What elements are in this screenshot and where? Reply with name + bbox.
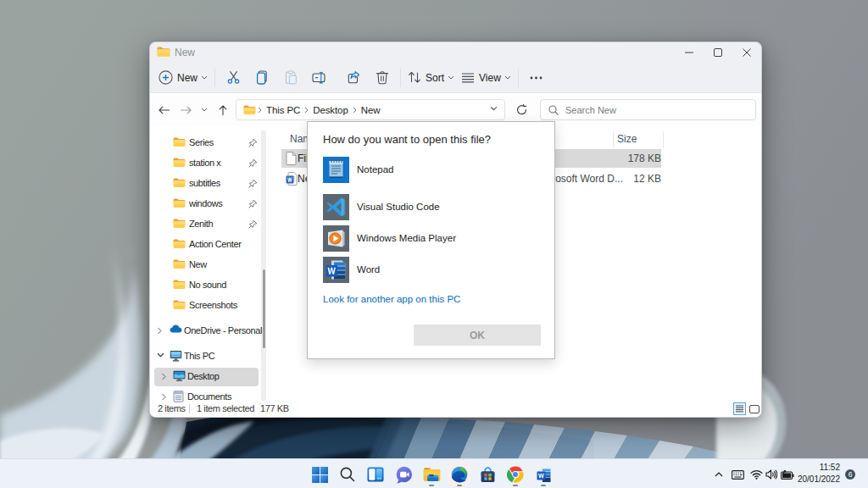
taskbar: 11:52 20/01/2022 6 xyxy=(0,458,868,488)
sidebar-item-label: Screenshots xyxy=(189,300,237,310)
clock-time: 11:52 xyxy=(798,464,840,470)
chevron-up-icon xyxy=(715,472,723,477)
folder-icon xyxy=(173,157,186,169)
volume-button[interactable] xyxy=(764,467,779,482)
search-placeholder: Search New xyxy=(565,105,616,115)
app-option-wmp[interactable]: Windows Media Player xyxy=(323,225,535,252)
sidebar-item-windows[interactable]: windows xyxy=(150,194,279,214)
tray-chevron-up-button[interactable] xyxy=(711,467,726,482)
sidebar-item-label: Desktop xyxy=(187,371,220,381)
search-button[interactable] xyxy=(337,464,358,485)
system-tray: 11:52 20/01/2022 6 xyxy=(707,459,868,488)
maximize-button[interactable] xyxy=(704,42,732,63)
onedrive-cloud-icon xyxy=(170,324,182,335)
sidebar-item-series[interactable]: Series xyxy=(150,133,279,153)
more-options-icon xyxy=(530,76,542,80)
chevron-right-icon[interactable] xyxy=(161,393,166,401)
sidebar-item-station-x[interactable]: station x xyxy=(150,153,279,174)
clock[interactable]: 11:52 20/01/2022 xyxy=(798,463,840,482)
toolbar-separator xyxy=(214,69,215,87)
sidebar-item-subtitles[interactable]: subtitles xyxy=(150,174,279,194)
back-arrow-icon xyxy=(159,106,170,114)
app-option-vscode[interactable]: Visual Studio Code xyxy=(323,194,535,220)
copy-button[interactable] xyxy=(248,66,276,90)
app-option-word[interactable]: Word xyxy=(323,257,535,283)
chat-button[interactable] xyxy=(393,464,414,485)
sidebar-item-label: Series xyxy=(189,137,214,147)
sidebar-item-this-pc[interactable]: This PC xyxy=(150,347,279,367)
breadcrumb-this-pc[interactable]: This PC xyxy=(264,105,303,115)
notification-badge[interactable]: 6 xyxy=(845,469,855,480)
chevron-down-icon[interactable] xyxy=(157,352,164,358)
details-view-icon xyxy=(736,405,743,413)
up-button[interactable] xyxy=(212,99,234,121)
title-bar[interactable]: New xyxy=(150,42,761,63)
sidebar-item-documents[interactable]: Documents xyxy=(150,387,279,408)
details-view-button[interactable] xyxy=(733,402,746,415)
back-button[interactable] xyxy=(153,99,175,121)
sidebar-item-onedrive[interactable]: OneDrive - Personal xyxy=(150,321,279,341)
sidebar-item-desktop[interactable]: Desktop xyxy=(150,367,279,387)
rename-button[interactable] xyxy=(305,66,334,90)
address-dropdown-icon[interactable] xyxy=(490,106,498,111)
chevron-down-icon xyxy=(448,75,454,80)
dialog-title: How do you want to open this file? xyxy=(323,133,491,146)
ok-button[interactable]: OK xyxy=(414,324,541,346)
ok-button-label: OK xyxy=(470,330,485,341)
paste-button[interactable] xyxy=(276,66,305,90)
sidebar-item-label: Zenith xyxy=(189,219,213,229)
new-button[interactable]: New xyxy=(155,66,211,90)
share-button[interactable] xyxy=(339,66,368,90)
word-file-icon xyxy=(286,172,298,188)
search-box[interactable]: Search New xyxy=(540,99,756,120)
chevron-right-icon[interactable] xyxy=(161,373,166,380)
column-separator[interactable] xyxy=(613,131,614,147)
sidebar-item-new[interactable]: New xyxy=(150,255,279,275)
sidebar-item-no-sound[interactable]: No sound xyxy=(150,275,279,296)
documents-icon xyxy=(173,391,184,404)
keyboard-icon xyxy=(732,470,744,480)
task-view-icon xyxy=(367,467,384,482)
task-view-button[interactable] xyxy=(365,464,386,485)
visual-studio-code-icon xyxy=(323,194,349,224)
touch-keyboard-button[interactable] xyxy=(730,467,745,482)
refresh-icon xyxy=(516,104,527,115)
windows-media-player-icon xyxy=(323,225,349,255)
wifi-button[interactable] xyxy=(748,467,764,482)
sort-button[interactable]: Sort xyxy=(404,66,458,90)
more-options-button[interactable] xyxy=(522,66,551,90)
wifi-icon xyxy=(750,470,763,480)
desktop-icon xyxy=(173,370,186,383)
column-header-size[interactable]: Size xyxy=(617,133,637,145)
view-button[interactable]: View xyxy=(458,66,515,90)
chrome-button[interactable] xyxy=(505,464,526,485)
view-button-label: View xyxy=(479,72,501,84)
delete-button[interactable] xyxy=(368,66,397,90)
sidebar-item-screenshots[interactable]: Screenshots xyxy=(150,296,279,316)
file-explorer-button[interactable] xyxy=(421,464,442,485)
more-apps-link[interactable]: Look for another app on this PC xyxy=(323,294,460,304)
recent-locations-button[interactable] xyxy=(197,99,212,121)
microsoft-store-button[interactable] xyxy=(477,464,498,485)
close-button[interactable] xyxy=(732,42,761,63)
microsoft-store-icon xyxy=(480,467,496,483)
column-separator[interactable] xyxy=(663,131,664,147)
edge-button[interactable] xyxy=(449,464,470,485)
minimize-button[interactable] xyxy=(675,42,704,63)
app-option-notepad[interactable]: Notepad xyxy=(323,157,535,183)
large-icons-view-button[interactable] xyxy=(748,402,760,415)
refresh-button[interactable] xyxy=(510,99,532,120)
breadcrumb-chevron-icon xyxy=(258,107,262,114)
forward-button[interactable] xyxy=(175,99,197,121)
address-bar[interactable]: This PC Desktop New xyxy=(236,99,505,120)
breadcrumb-new[interactable]: New xyxy=(359,105,383,115)
start-button[interactable] xyxy=(309,464,330,485)
sidebar-item-zenith[interactable]: Zenith xyxy=(150,214,279,235)
battery-button[interactable] xyxy=(780,467,795,482)
sidebar-item-action-center[interactable]: Action Center xyxy=(150,235,279,255)
breadcrumb-desktop[interactable]: Desktop xyxy=(310,105,351,115)
sort-button-label: Sort xyxy=(426,72,444,84)
cut-button[interactable] xyxy=(219,66,248,90)
chevron-right-icon[interactable] xyxy=(157,327,162,335)
word-button[interactable] xyxy=(533,464,554,485)
